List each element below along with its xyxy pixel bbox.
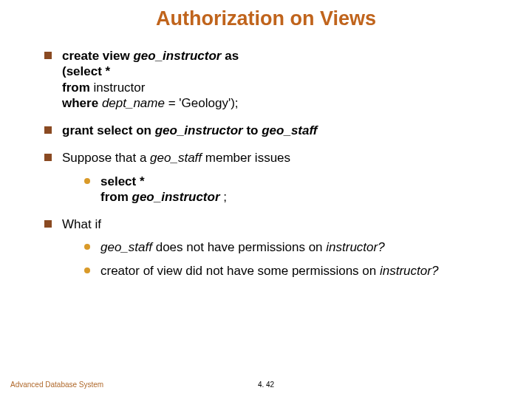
- sub-bullet-body: select * from geo_instructor ;: [100, 174, 502, 205]
- text: instructor: [94, 81, 146, 95]
- bullet-create-view: create view geo_instructor as (select * …: [44, 48, 502, 111]
- content-area: create view geo_instructor as (select * …: [0, 48, 532, 279]
- bullet-suppose: Suppose that a geo_staff member issues s…: [44, 150, 502, 205]
- slide: Authorization on Views create view geo_i…: [0, 0, 532, 399]
- text: geo_instructor: [133, 49, 221, 63]
- square-bullet-icon: [44, 126, 52, 134]
- bullet-body: What if geo_staff does not have permissi…: [62, 216, 502, 279]
- text: geo_instructor: [132, 190, 220, 204]
- square-bullet-icon: [44, 220, 52, 228]
- square-bullet-icon: [44, 52, 52, 59]
- text: from: [62, 81, 90, 95]
- sub-bullet-body: geo_staff does not have permissions on i…: [100, 239, 502, 255]
- text: creator of view did not have some permis…: [100, 264, 376, 278]
- bullet-body: create view geo_instructor as (select * …: [62, 48, 502, 111]
- dot-bullet-icon: [84, 244, 90, 250]
- square-bullet-icon: [44, 154, 52, 161]
- text: (select *: [62, 64, 110, 78]
- slide-title: Authorization on Views: [0, 0, 532, 36]
- sub-bullet-body: creator of view did not have some permis…: [100, 263, 502, 279]
- sub-bullet-geostaff-perm: geo_staff does not have permissions on i…: [84, 239, 502, 255]
- text: geo_staff: [150, 151, 202, 165]
- text: What if: [62, 217, 101, 231]
- text: = 'Geology');: [168, 96, 239, 110]
- dot-bullet-icon: [84, 178, 90, 184]
- sub-bullet-creator-perm: creator of view did not have some permis…: [84, 263, 502, 279]
- text: create view: [62, 49, 130, 63]
- text: where: [62, 96, 98, 110]
- text: ;: [223, 190, 227, 204]
- dot-bullet-icon: [84, 267, 90, 273]
- text: geo_staff: [100, 240, 152, 254]
- sub-bullet-select: select * from geo_instructor ;: [84, 174, 502, 205]
- text: select *: [100, 174, 145, 188]
- text: geo_instructor: [155, 123, 243, 137]
- bullet-body: grant select on geo_instructor to geo_st…: [62, 123, 502, 138]
- text: from: [100, 190, 129, 204]
- text: instructor?: [380, 264, 438, 278]
- text: grant select on: [62, 123, 151, 137]
- text: to: [246, 123, 258, 137]
- text: Suppose that a: [62, 151, 146, 165]
- bullet-whatif: What if geo_staff does not have permissi…: [44, 216, 502, 279]
- text: does not have permissions on: [156, 240, 323, 254]
- footer-page-number: 4. 42: [0, 381, 532, 389]
- text: geo_staff: [262, 123, 317, 137]
- bullet-body: Suppose that a geo_staff member issues s…: [62, 150, 502, 205]
- text: instructor?: [326, 240, 384, 254]
- bullet-grant: grant select on geo_instructor to geo_st…: [44, 123, 502, 138]
- text: as: [225, 49, 239, 63]
- text: dept_name: [102, 96, 165, 110]
- text: member issues: [205, 151, 290, 165]
